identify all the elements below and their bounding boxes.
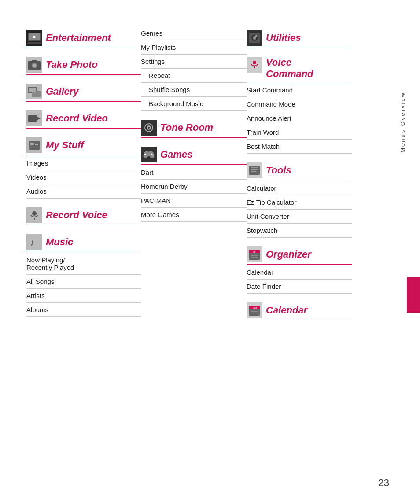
column-3: Utilities VoiceCommand Start Command Com…	[247, 26, 352, 321]
section-gallery: Gallery	[26, 84, 141, 102]
organizer-title: Organizer	[266, 249, 311, 260]
music-icon: ♪	[26, 234, 42, 250]
tools-title: Tools	[266, 165, 291, 176]
take-photo-title: Take Photo	[46, 59, 98, 70]
section-calendar: 30 Calendar	[247, 302, 352, 320]
utilities-icon	[247, 30, 262, 46]
side-label: Menus Overview	[398, 88, 408, 156]
svg-rect-21	[35, 144, 38, 145]
page-number: 23	[379, 477, 389, 489]
tools-icon	[247, 162, 262, 178]
svg-rect-13	[29, 88, 36, 92]
svg-point-8	[33, 64, 36, 67]
section-tone-room: Tone Room	[141, 120, 247, 138]
list-item: All Songs	[26, 275, 141, 289]
svg-point-35	[152, 155, 154, 156]
list-item: Artists	[26, 289, 141, 303]
list-item: Stopwatch	[247, 224, 352, 238]
section-music: ♪ Music Now Playing/Recently Played All …	[26, 234, 141, 317]
mystuff-icon	[26, 137, 42, 153]
svg-rect-20	[35, 143, 38, 143]
section-games: Games Dart Homerun Derby PAC-MAN More Ga…	[141, 147, 247, 222]
gallery-title: Gallery	[46, 86, 79, 97]
svg-point-23	[32, 211, 37, 216]
section-tools: Tools Calculator Ez Tip Calculator Unit …	[247, 162, 352, 238]
list-item: Images	[26, 156, 141, 170]
utilities-title: Utilities	[266, 32, 301, 44]
list-item: More Games	[141, 208, 247, 222]
svg-point-34	[151, 154, 152, 155]
list-item: Unit Converter	[247, 210, 352, 224]
section-record-video: Record Video	[26, 110, 141, 129]
list-item: Now Playing/Recently Played	[26, 253, 141, 275]
list-item: Command Mode	[247, 97, 352, 111]
svg-rect-9	[32, 60, 37, 62]
list-item: Ez Tip Calculator	[247, 195, 352, 210]
svg-point-40	[255, 35, 257, 37]
list-item: PAC-MAN	[141, 194, 247, 208]
svg-rect-41	[247, 57, 262, 73]
calendar-icon: 30	[247, 302, 262, 318]
list-item: Calculator	[247, 181, 352, 195]
video-icon	[26, 110, 42, 126]
entertainment-icon	[26, 30, 42, 46]
games-title: Games	[160, 149, 192, 160]
section-my-stuff: My Stuff Images Videos Audios	[26, 137, 141, 199]
list-item: Videos	[26, 170, 141, 184]
list-item: Train Word	[247, 125, 352, 140]
side-tab	[407, 277, 420, 313]
list-item: Announce Alert	[247, 111, 352, 125]
record-video-title: Record Video	[46, 113, 108, 124]
list-item: My Playlists	[141, 40, 247, 55]
list-item: Best Match	[247, 140, 352, 154]
section-record-voice: Record Voice	[26, 207, 141, 225]
list-item: Calendar	[247, 265, 352, 280]
camera-icon	[26, 57, 42, 73]
voice-icon	[26, 207, 42, 223]
svg-rect-25	[26, 234, 42, 250]
section-voice-command: VoiceCommand Start Command Command Mode …	[247, 57, 352, 154]
list-item: Dart	[141, 166, 247, 180]
list-item: Background Music	[141, 97, 247, 111]
list-item: Genres	[141, 26, 247, 40]
list-item: Repeat	[141, 69, 247, 83]
svg-rect-45	[249, 166, 260, 175]
list-item: Date Finder	[247, 280, 352, 294]
my-stuff-title: My Stuff	[46, 140, 84, 151]
column-2: Genres My Playlists Settings Repeat Shuf…	[141, 26, 247, 321]
voice-command-icon	[247, 57, 262, 73]
list-item: Audios	[26, 184, 141, 199]
music-title: Music	[46, 236, 73, 248]
tone-icon	[141, 120, 157, 136]
tone-room-title: Tone Room	[160, 122, 213, 133]
svg-point-30	[148, 127, 150, 129]
list-item: Albums	[26, 303, 141, 317]
svg-rect-15	[28, 115, 37, 122]
list-item: Shuffle Songs	[141, 83, 247, 97]
games-icon	[141, 147, 157, 162]
list-item: Settings	[141, 55, 247, 69]
section-entertainment: Entertainment	[26, 30, 141, 46]
svg-text:♪: ♪	[30, 238, 34, 247]
section-utilities: Utilities	[247, 30, 352, 46]
section-organizer: 3 Organizer Calendar Date Finder	[247, 246, 352, 294]
calendar-title: Calendar	[266, 305, 307, 316]
section-take-photo: Take Photo	[26, 57, 141, 75]
svg-rect-19	[30, 143, 34, 145]
entertainment-title: Entertainment	[46, 32, 111, 44]
gallery-icon	[26, 84, 42, 99]
list-item: Start Command	[247, 83, 352, 97]
list-item: Homerun Derby	[141, 180, 247, 194]
svg-text:30: 30	[253, 306, 257, 309]
svg-point-42	[253, 61, 256, 64]
record-voice-title: Record Voice	[46, 210, 107, 221]
voice-command-title: VoiceCommand	[266, 57, 313, 80]
svg-rect-3	[27, 42, 41, 44]
column-1: Entertainment Take Photo Gallery	[26, 26, 141, 321]
svg-text:3: 3	[253, 250, 255, 254]
organizer-icon: 3	[247, 246, 262, 262]
